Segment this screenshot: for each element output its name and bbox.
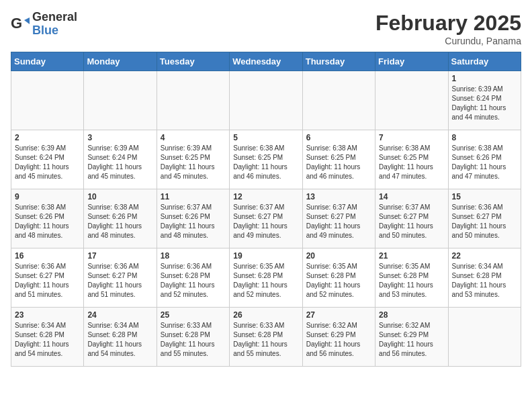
day-info: Sunrise: 6:39 AM Sunset: 6:24 PM Dayligh…: [15, 144, 80, 181]
logo-icon: G: [11, 15, 30, 34]
day-number: 4: [161, 133, 226, 142]
day-number: 23: [15, 310, 80, 320]
calendar-cell: 23Sunrise: 6:34 AM Sunset: 6:28 PM Dayli…: [11, 308, 84, 367]
day-info: Sunrise: 6:38 AM Sunset: 6:26 PM Dayligh…: [87, 203, 152, 240]
day-info: Sunrise: 6:33 AM Sunset: 6:28 PM Dayligh…: [161, 321, 226, 359]
calendar-cell: 11Sunrise: 6:37 AM Sunset: 6:26 PM Dayli…: [157, 189, 229, 248]
logo-general-text: General: [32, 11, 77, 24]
calendar-cell: 12Sunrise: 6:37 AM Sunset: 6:27 PM Dayli…: [230, 189, 302, 248]
day-info: Sunrise: 6:37 AM Sunset: 6:26 PM Dayligh…: [161, 203, 226, 240]
calendar-cell: [375, 71, 448, 130]
calendar-cell: 9Sunrise: 6:38 AM Sunset: 6:26 PM Daylig…: [11, 189, 84, 248]
weekday-header-wednesday: Wednesday: [230, 52, 302, 71]
calendar-cell: 27Sunrise: 6:32 AM Sunset: 6:29 PM Dayli…: [302, 308, 375, 367]
day-info: Sunrise: 6:36 AM Sunset: 6:27 PM Dayligh…: [452, 203, 517, 240]
weekday-header-monday: Monday: [84, 52, 157, 71]
calendar-cell: 25Sunrise: 6:33 AM Sunset: 6:28 PM Dayli…: [157, 308, 229, 367]
calendar-cell: 6Sunrise: 6:38 AM Sunset: 6:25 PM Daylig…: [302, 130, 375, 189]
logo-blue-text: Blue: [32, 24, 77, 38]
calendar-cell: 28Sunrise: 6:32 AM Sunset: 6:29 PM Dayli…: [375, 308, 448, 367]
logo: G General Blue: [11, 11, 77, 38]
day-info: Sunrise: 6:35 AM Sunset: 6:28 PM Dayligh…: [379, 262, 444, 300]
calendar-cell: 10Sunrise: 6:38 AM Sunset: 6:26 PM Dayli…: [84, 189, 157, 248]
day-number: 8: [452, 133, 517, 142]
day-info: Sunrise: 6:39 AM Sunset: 6:24 PM Dayligh…: [87, 144, 152, 181]
weekday-header-tuesday: Tuesday: [157, 52, 229, 71]
day-info: Sunrise: 6:38 AM Sunset: 6:25 PM Dayligh…: [306, 144, 371, 181]
calendar-cell: 20Sunrise: 6:35 AM Sunset: 6:28 PM Dayli…: [302, 248, 375, 308]
day-info: Sunrise: 6:36 AM Sunset: 6:27 PM Dayligh…: [87, 262, 152, 300]
day-info: Sunrise: 6:32 AM Sunset: 6:29 PM Dayligh…: [379, 321, 444, 359]
day-number: 25: [161, 310, 226, 320]
calendar-cell: [157, 71, 229, 130]
svg-marker-1: [24, 17, 30, 24]
calendar-cell: [230, 71, 302, 130]
day-info: Sunrise: 6:34 AM Sunset: 6:28 PM Dayligh…: [87, 321, 152, 359]
day-info: Sunrise: 6:32 AM Sunset: 6:29 PM Dayligh…: [306, 321, 371, 359]
day-info: Sunrise: 6:35 AM Sunset: 6:28 PM Dayligh…: [233, 262, 298, 300]
day-number: 18: [161, 251, 226, 261]
day-number: 24: [87, 310, 152, 320]
day-info: Sunrise: 6:38 AM Sunset: 6:25 PM Dayligh…: [233, 144, 298, 181]
day-number: 13: [306, 192, 371, 201]
day-number: 22: [452, 251, 517, 261]
svg-text:G: G: [11, 15, 22, 32]
day-info: Sunrise: 6:36 AM Sunset: 6:27 PM Dayligh…: [15, 262, 80, 300]
calendar-cell: 26Sunrise: 6:33 AM Sunset: 6:28 PM Dayli…: [230, 308, 302, 367]
calendar-cell: [302, 71, 375, 130]
day-info: Sunrise: 6:37 AM Sunset: 6:27 PM Dayligh…: [379, 203, 444, 240]
calendar-cell: 18Sunrise: 6:36 AM Sunset: 6:28 PM Dayli…: [157, 248, 229, 308]
calendar-cell: 5Sunrise: 6:38 AM Sunset: 6:25 PM Daylig…: [230, 130, 302, 189]
day-number: 10: [87, 192, 152, 201]
calendar-cell: 2Sunrise: 6:39 AM Sunset: 6:24 PM Daylig…: [11, 130, 84, 189]
day-number: 14: [379, 192, 444, 201]
calendar-cell: 17Sunrise: 6:36 AM Sunset: 6:27 PM Dayli…: [84, 248, 157, 308]
day-info: Sunrise: 6:34 AM Sunset: 6:28 PM Dayligh…: [452, 262, 517, 300]
weekday-header-row: SundayMondayTuesdayWednesdayThursdayFrid…: [11, 52, 521, 71]
day-number: 21: [379, 251, 444, 261]
month-title: February 2025: [375, 11, 521, 36]
day-number: 16: [15, 251, 80, 261]
calendar-cell: [448, 308, 521, 367]
day-info: Sunrise: 6:33 AM Sunset: 6:28 PM Dayligh…: [233, 321, 298, 359]
day-number: 26: [233, 310, 298, 320]
week-row-1: 2Sunrise: 6:39 AM Sunset: 6:24 PM Daylig…: [11, 130, 521, 189]
page-header: G General Blue February 2025 Curundu, Pa…: [11, 11, 521, 46]
calendar-cell: 13Sunrise: 6:37 AM Sunset: 6:27 PM Dayli…: [302, 189, 375, 248]
location-subtitle: Curundu, Panama: [375, 36, 521, 46]
calendar-cell: [84, 71, 157, 130]
calendar-cell: 22Sunrise: 6:34 AM Sunset: 6:28 PM Dayli…: [448, 248, 521, 308]
calendar-cell: 3Sunrise: 6:39 AM Sunset: 6:24 PM Daylig…: [84, 130, 157, 189]
day-info: Sunrise: 6:37 AM Sunset: 6:27 PM Dayligh…: [233, 203, 298, 240]
day-info: Sunrise: 6:35 AM Sunset: 6:28 PM Dayligh…: [306, 262, 371, 300]
day-info: Sunrise: 6:38 AM Sunset: 6:26 PM Dayligh…: [15, 203, 80, 240]
title-block: February 2025 Curundu, Panama: [375, 11, 521, 46]
day-number: 5: [233, 133, 298, 142]
calendar-table: SundayMondayTuesdayWednesdayThursdayFrid…: [11, 52, 521, 367]
weekday-header-thursday: Thursday: [302, 52, 375, 71]
day-info: Sunrise: 6:39 AM Sunset: 6:24 PM Dayligh…: [452, 85, 517, 122]
weekday-header-friday: Friday: [375, 52, 448, 71]
day-info: Sunrise: 6:37 AM Sunset: 6:27 PM Dayligh…: [306, 203, 371, 240]
day-number: 17: [87, 251, 152, 261]
day-number: 11: [161, 192, 226, 201]
day-info: Sunrise: 6:36 AM Sunset: 6:28 PM Dayligh…: [161, 262, 226, 300]
day-number: 20: [306, 251, 371, 261]
calendar-cell: 7Sunrise: 6:38 AM Sunset: 6:25 PM Daylig…: [375, 130, 448, 189]
calendar-cell: 14Sunrise: 6:37 AM Sunset: 6:27 PM Dayli…: [375, 189, 448, 248]
calendar-cell: 21Sunrise: 6:35 AM Sunset: 6:28 PM Dayli…: [375, 248, 448, 308]
weekday-header-saturday: Saturday: [448, 52, 521, 71]
day-number: 19: [233, 251, 298, 261]
day-number: 9: [15, 192, 80, 201]
day-number: 27: [306, 310, 371, 320]
week-row-2: 9Sunrise: 6:38 AM Sunset: 6:26 PM Daylig…: [11, 189, 521, 248]
day-number: 15: [452, 192, 517, 201]
week-row-3: 16Sunrise: 6:36 AM Sunset: 6:27 PM Dayli…: [11, 248, 521, 308]
day-number: 1: [452, 74, 517, 83]
calendar-cell: 1Sunrise: 6:39 AM Sunset: 6:24 PM Daylig…: [448, 71, 521, 130]
calendar-cell: 16Sunrise: 6:36 AM Sunset: 6:27 PM Dayli…: [11, 248, 84, 308]
calendar-cell: 4Sunrise: 6:39 AM Sunset: 6:25 PM Daylig…: [157, 130, 229, 189]
day-number: 7: [379, 133, 444, 142]
day-number: 3: [87, 133, 152, 142]
calendar-cell: 8Sunrise: 6:38 AM Sunset: 6:26 PM Daylig…: [448, 130, 521, 189]
